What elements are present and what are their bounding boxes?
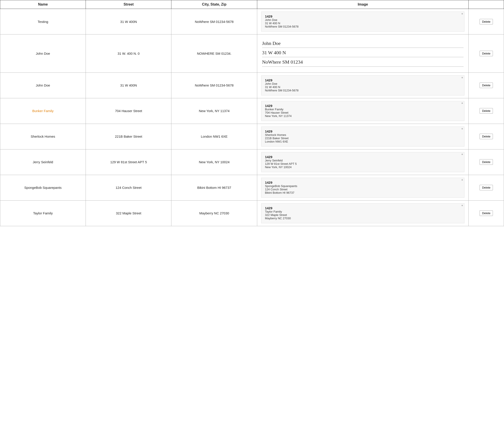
cell-street: 221B Baker Street	[86, 124, 171, 149]
image-typed-preview: 1429John Doe31 W 400 NNoWhere SM 01234-5…	[261, 12, 465, 32]
cell-city: Bikini Bottom HI 96737	[171, 175, 257, 200]
delete-button[interactable]: Delete	[479, 82, 493, 88]
cell-street: 31 W 400N	[86, 72, 171, 98]
cell-action: Delete	[469, 200, 504, 226]
cell-street: 31 W 400N	[86, 9, 171, 35]
header-street: Street	[86, 0, 171, 9]
cell-image: 1429SpongeBob Squarepants124 Conch Stree…	[257, 175, 469, 200]
header-city: City, State, Zip	[171, 0, 257, 9]
cell-city: NoWhere SM 01234-5678	[171, 9, 257, 35]
delete-button[interactable]: Delete	[479, 19, 493, 25]
cell-image: 1429John Doe31 W 400 NNoWhere SM 01234-5…	[257, 9, 469, 35]
corner-decoration	[461, 179, 463, 181]
corner-decoration	[461, 77, 463, 78]
cell-action: Delete	[469, 149, 504, 175]
image-typed-preview: 1429John Doe31 W 400 NNoWhere SM 01234-5…	[261, 75, 465, 95]
cell-action: Delete	[469, 98, 504, 124]
cell-image: 1429Sherlock Homes221B Baker StreetLondo…	[257, 124, 469, 149]
cell-image: 1429Bunker Family704 Hauser StreetNew Yo…	[257, 98, 469, 124]
table-row: Sherlock Homes221B Baker StreetLondon NW…	[0, 124, 504, 149]
image-handwritten-preview: John Doe31 W 400 NNoWhere SM 01234	[261, 37, 465, 70]
table-row: SpongeBob Squarepants124 Conch StreetBik…	[0, 175, 504, 200]
table-row: Testing31 W 400NNoWhere SM 01234-5678142…	[0, 9, 504, 35]
delete-button[interactable]: Delete	[479, 51, 493, 56]
address-table: Name Street City, State, Zip Image Testi…	[0, 0, 504, 226]
cell-name: Bunker Family	[0, 98, 86, 124]
cell-action: Delete	[469, 124, 504, 149]
cell-name: Jerry Seinfeld	[0, 149, 86, 175]
corner-decoration	[461, 128, 463, 129]
cell-city: New York, NY 10024	[171, 149, 257, 175]
header-name: Name	[0, 0, 86, 9]
table-row: Jerry Seinfeld129 W 81st Street APT 5New…	[0, 149, 504, 175]
cell-city: NOWHERE SM 01234.	[171, 35, 257, 73]
image-typed-preview: 1429Bunker Family704 Hauser StreetNew Yo…	[261, 101, 465, 121]
delete-button[interactable]: Delete	[479, 108, 493, 114]
cell-city: Mayberry NC 27030	[171, 200, 257, 226]
table-row: John Doe31 W 400NNoWhere SM 01234-567814…	[0, 72, 504, 98]
cell-name: John Doe	[0, 35, 86, 73]
cell-name: Taylor Family	[0, 200, 86, 226]
delete-button[interactable]: Delete	[479, 134, 493, 139]
corner-decoration	[461, 102, 463, 104]
table-header-row: Name Street City, State, Zip Image	[0, 0, 504, 9]
cell-city: London NW1 6XE	[171, 124, 257, 149]
cell-city: NoWhere SM 01234-5678	[171, 72, 257, 98]
image-typed-preview: 1429Jerry Seinfeld129 W 81st Street APT …	[261, 152, 465, 172]
cell-city: New York, NY 11374	[171, 98, 257, 124]
header-image: Image	[257, 0, 469, 9]
table-row: Taylor Family322 Maple StreetMayberry NC…	[0, 200, 504, 226]
image-typed-preview: 1429Taylor Family322 Maple StreetMayberr…	[261, 203, 465, 223]
cell-image: John Doe31 W 400 NNoWhere SM 01234	[257, 35, 469, 73]
cell-street: 31 W. 400 N. 0	[86, 35, 171, 73]
image-typed-preview: 1429SpongeBob Squarepants124 Conch Stree…	[261, 178, 465, 198]
header-action	[469, 0, 504, 9]
delete-button[interactable]: Delete	[479, 159, 493, 165]
cell-action: Delete	[469, 175, 504, 200]
corner-decoration	[461, 13, 463, 14]
table-row: Bunker Family704 Hauser StreetNew York, …	[0, 98, 504, 124]
cell-image: 1429Jerry Seinfeld129 W 81st Street APT …	[257, 149, 469, 175]
cell-action: Delete	[469, 35, 504, 73]
delete-button[interactable]: Delete	[479, 210, 493, 216]
table-row: John Doe31 W. 400 N. 0NOWHERE SM 01234.J…	[0, 35, 504, 73]
cell-street: 124 Conch Street	[86, 175, 171, 200]
cell-name: John Doe	[0, 72, 86, 98]
cell-action: Delete	[469, 72, 504, 98]
image-typed-preview: 1429Sherlock Homes221B Baker StreetLondo…	[261, 127, 465, 146]
cell-street: 322 Maple Street	[86, 200, 171, 226]
cell-name: Testing	[0, 9, 86, 35]
cell-street: 704 Hauser Street	[86, 98, 171, 124]
corner-decoration	[461, 154, 463, 155]
cell-name: Sherlock Homes	[0, 124, 86, 149]
cell-image: 1429John Doe31 W 400 NNoWhere SM 01234-5…	[257, 72, 469, 98]
cell-image: 1429Taylor Family322 Maple StreetMayberr…	[257, 200, 469, 226]
cell-name: SpongeBob Squarepants	[0, 175, 86, 200]
corner-decoration	[461, 205, 463, 206]
cell-action: Delete	[469, 9, 504, 35]
delete-button[interactable]: Delete	[479, 185, 493, 190]
cell-street: 129 W 81st Street APT 5	[86, 149, 171, 175]
